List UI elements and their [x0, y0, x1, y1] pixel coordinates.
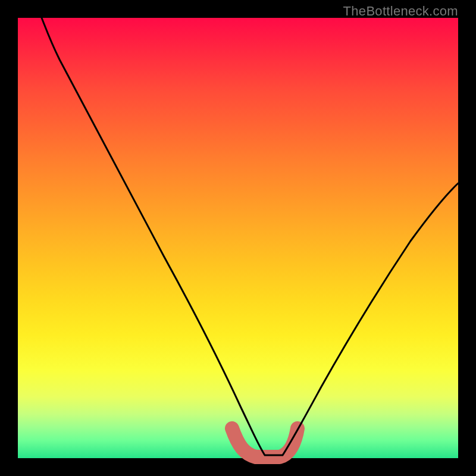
- chart-frame: TheBottleneck.com: [0, 0, 476, 476]
- plot-area: [18, 18, 458, 458]
- bottleneck-curve: [42, 18, 458, 455]
- curve-layer: [18, 18, 458, 458]
- optimal-band: [232, 428, 298, 457]
- watermark-text: TheBottleneck.com: [343, 4, 458, 19]
